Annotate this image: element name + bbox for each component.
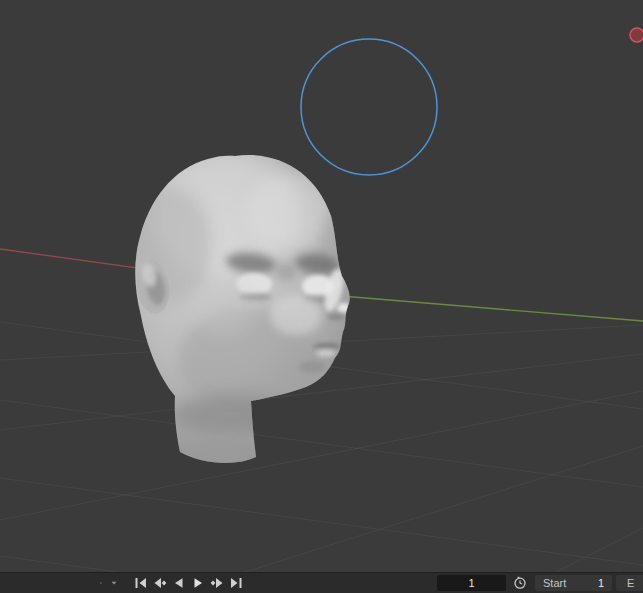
auto-keying-dropdown[interactable] — [110, 579, 122, 587]
jump-to-end-icon — [229, 577, 243, 589]
prev-keyframe-icon — [153, 577, 167, 589]
play-reverse-button[interactable] — [172, 577, 190, 589]
play-reverse-icon — [172, 577, 186, 589]
play-icon — [191, 577, 205, 589]
clock-icon — [513, 576, 527, 590]
viewport-3d[interactable] — [0, 0, 643, 572]
frame-start-value: 1 — [598, 577, 604, 589]
play-button[interactable] — [191, 577, 209, 589]
frame-end-field[interactable]: E — [616, 575, 643, 591]
timeline-header: 1 Start 1 E — [0, 572, 643, 593]
current-frame-field[interactable]: 1 — [437, 575, 506, 591]
jump-to-end-button[interactable] — [229, 577, 247, 589]
jump-to-start-icon — [134, 577, 148, 589]
chevron-down-icon — [110, 579, 118, 587]
blender-window: 1 Start 1 E — [0, 0, 643, 593]
jump-prev-keyframe-button[interactable] — [153, 577, 171, 589]
gizmo-x-axis-ball[interactable] — [630, 28, 643, 42]
frame-end-label: E — [627, 577, 634, 589]
jump-to-start-button[interactable] — [134, 577, 152, 589]
frame-start-label: Start — [543, 577, 566, 589]
frame-start-field[interactable]: Start 1 — [535, 575, 612, 591]
jump-next-keyframe-button[interactable] — [210, 577, 228, 589]
next-keyframe-icon — [210, 577, 224, 589]
